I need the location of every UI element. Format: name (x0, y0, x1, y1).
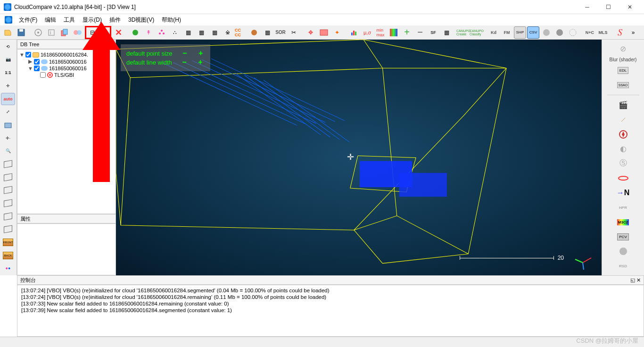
right-view-icon[interactable] (1, 223, 15, 235)
rsd-button[interactable]: RSD (616, 260, 630, 273)
label-connected-icon[interactable]: ▦ (208, 26, 221, 39)
console-float-icon[interactable]: ◱ (630, 277, 635, 283)
menu-file[interactable]: 文件(F) (15, 15, 41, 25)
menu-help[interactable]: 帮助(H) (158, 15, 185, 25)
level-icon[interactable]: ⟲ (1, 41, 15, 53)
rotation-center-icon[interactable]: ✛· (1, 132, 15, 144)
sf-circle-icon[interactable]: Ⓢ (616, 157, 630, 170)
tree-checkbox[interactable] (40, 72, 46, 78)
ellipse-icon[interactable] (616, 172, 630, 184)
shield-icon[interactable]: ◐ (616, 142, 630, 155)
close-button[interactable]: ✕ (619, 0, 640, 14)
clone-icon[interactable] (58, 26, 71, 39)
tree-checkbox[interactable] (34, 59, 40, 65)
merge-icon[interactable] (72, 26, 84, 39)
minimize-button[interactable]: ─ (577, 0, 598, 14)
menu-display[interactable]: 显示(D) (79, 15, 106, 25)
camera-icon[interactable]: 📷 (1, 54, 15, 66)
info-icon[interactable]: i (45, 26, 58, 39)
flickr-icon[interactable]: ●● (1, 262, 15, 274)
zoom-1-1-button[interactable]: 1:1 (1, 66, 15, 79)
increase-line-width-button[interactable]: + (197, 58, 204, 66)
scissors-icon[interactable] (318, 26, 330, 39)
tree-row-child3[interactable]: TLS/GBI (19, 72, 114, 78)
sphere3-icon[interactable] (567, 26, 579, 39)
histogram-icon[interactable] (348, 26, 360, 39)
zoom-auto-button[interactable]: auto (1, 93, 15, 105)
tree-expand-icon[interactable]: ▼ (28, 66, 33, 71)
tree-expand-icon[interactable]: ▼ (19, 52, 24, 58)
csv-icon[interactable]: CSV (527, 26, 539, 39)
kd-icon[interactable]: Kd (487, 26, 500, 39)
fit-icon[interactable] (248, 26, 260, 39)
ortho-icon[interactable] (1, 119, 15, 131)
clapper-icon[interactable]: 🎬 (616, 99, 630, 111)
pick-rotation-center-icon[interactable] (32, 26, 44, 39)
menu-3dview[interactable]: 3D视图(V) (124, 15, 158, 25)
stat-test-icon[interactable]: μ,σ (361, 26, 373, 39)
cc-icon[interactable]: CC CC (235, 26, 247, 39)
delete-icon[interactable]: ✕ (112, 26, 124, 39)
save-icon[interactable] (15, 26, 27, 39)
sample-points-icon[interactable]: ∴ (169, 26, 181, 39)
top-view-icon[interactable] (1, 184, 15, 197)
add-sf-icon[interactable]: + (401, 26, 413, 39)
register-icon[interactable]: ▦ (261, 26, 273, 39)
filter-sf-icon[interactable]: ▦ (195, 26, 207, 39)
delete-sf2-icon[interactable]: − (414, 26, 426, 39)
back-view-button[interactable]: BACK (1, 249, 15, 262)
global-zoom-icon[interactable]: ⤢ (1, 106, 15, 118)
sor-icon[interactable]: SOR (274, 26, 287, 39)
color-icon[interactable] (129, 26, 141, 39)
ssao-button[interactable]: SSAO (616, 79, 630, 91)
canupo-train-icon[interactable]: CANUPOCreate (457, 26, 470, 39)
north-icon[interactable]: →N (616, 187, 630, 199)
properties-body[interactable] (17, 223, 116, 275)
fm-icon[interactable]: FM (501, 26, 513, 39)
open-icon[interactable] (2, 26, 14, 39)
pick-center-icon[interactable]: ✛ (1, 80, 15, 92)
m3c2-button[interactable]: M3C2 (616, 216, 630, 229)
bottom-view-icon[interactable] (1, 197, 15, 209)
nc-icon[interactable]: N+C (584, 26, 596, 39)
tree-row-root[interactable]: ▼ 1618650060016284. (19, 51, 114, 58)
edl-button[interactable]: EDL (616, 64, 630, 77)
tree-expand-icon[interactable]: ▶ (28, 58, 33, 65)
curve-icon[interactable]: 𝑆 (614, 26, 626, 39)
sf-gradient-icon[interactable] (388, 26, 400, 39)
normals-icon[interactable]: ↟ (142, 26, 155, 39)
broom-icon[interactable]: ⟋ (616, 113, 630, 126)
decrease-point-size-button[interactable]: − (181, 50, 189, 57)
hpr-button[interactable]: HPR (616, 201, 630, 214)
tree-row-child2[interactable]: ▼ 1618650060016 (19, 65, 114, 72)
increase-point-size-button[interactable]: + (197, 50, 205, 57)
menu-plugins[interactable]: 插件 (106, 15, 124, 25)
crop-icon[interactable]: ✂ (288, 26, 300, 39)
menu-tools[interactable]: 工具 (60, 15, 79, 25)
iso1-view-icon[interactable] (1, 158, 15, 170)
tree-row-child1[interactable]: ▶ 1618650060016 (19, 58, 114, 65)
pcv-button[interactable]: PCV (616, 231, 630, 243)
blur-shader-icon[interactable]: ⊘ (616, 42, 630, 55)
3d-viewport[interactable]: ✛ default point size − + default line wi… (116, 40, 602, 275)
console-close-icon[interactable]: ✕ (636, 277, 641, 283)
magnify-icon[interactable]: 🔍 (1, 145, 15, 157)
point-list-icon[interactable]: ✦ (331, 26, 343, 39)
front-view-button[interactable]: FRONT (1, 236, 15, 248)
align-icon[interactable]: ▣ (99, 28, 109, 37)
export-sf-icon[interactable]: ▦ (440, 26, 453, 39)
translate-icon[interactable]: ✥ (305, 26, 317, 39)
left-view-icon[interactable] (1, 210, 15, 223)
console-body[interactable]: [13:07:24] [VBO] VBO(s) (re)initialized … (17, 285, 644, 337)
maximize-button[interactable]: ☐ (598, 0, 619, 14)
menu-edit[interactable]: 编辑 (41, 15, 60, 25)
octree-icon[interactable] (156, 26, 168, 39)
decrease-line-width-button[interactable]: − (181, 58, 188, 66)
sf-arithmetic-icon[interactable]: minmax (374, 26, 387, 39)
sphere2-icon[interactable] (553, 26, 566, 39)
sphere-gray-icon[interactable] (616, 245, 630, 258)
sf-icon[interactable]: SF (427, 26, 439, 39)
delete-sf-icon[interactable]: ▦ (182, 26, 194, 39)
mls-icon[interactable]: MLS (597, 26, 609, 39)
more-icon[interactable]: » (627, 26, 639, 39)
